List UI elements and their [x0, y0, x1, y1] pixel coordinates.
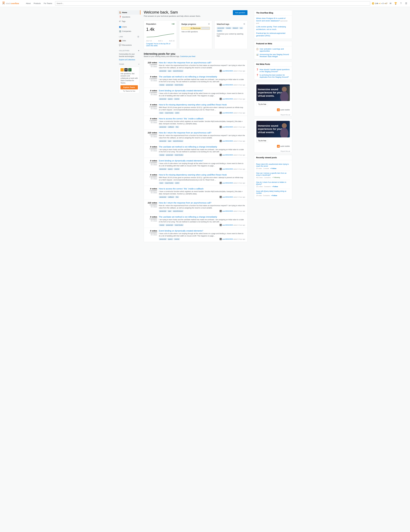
blog-post-link[interactable]: LLMs evolve quickly. Their underlying ar… — [256, 26, 286, 30]
question-title[interactable]: Event binding on dynamically created ele… — [159, 229, 245, 232]
user-link[interactable]: user484324939 — [222, 196, 233, 198]
question-tag[interactable]: react-hooks — [164, 112, 174, 114]
user-link[interactable]: user484324939 — [222, 84, 233, 86]
user-link[interactable]: user484324939 — [222, 70, 233, 72]
question-tag[interactable]: eslint — [175, 112, 180, 114]
question-title[interactable]: How to fix missing dependency warning wh… — [159, 104, 245, 106]
watched-tag[interactable]: javascript — [217, 27, 225, 29]
question-title[interactable]: How to access the correct `this` inside … — [159, 188, 245, 190]
question-tag[interactable]: this — [175, 196, 179, 198]
recent-post-follow[interactable]: + Follow — [270, 168, 276, 169]
question-tag[interactable]: ajax — [167, 140, 172, 142]
question-title[interactable]: How do I return the response from an asy… — [159, 132, 245, 134]
search-input[interactable] — [55, 1, 370, 6]
badge-gear-icon[interactable]: ⚙ — [208, 23, 210, 25]
recent-post-link[interactable]: Issue with jQuery data() treating string… — [256, 190, 286, 194]
question-tag[interactable]: callback — [167, 126, 175, 128]
watched-tag[interactable]: css — [239, 27, 243, 29]
question-tag[interactable]: javascript — [165, 154, 173, 156]
question-tag[interactable]: asynchronous — [172, 210, 184, 212]
question-tag[interactable]: events — [174, 98, 180, 100]
hot-meta-link[interactable]: How should I handle repeat questions in … — [260, 68, 290, 73]
user-link[interactable]: user484324939 — [222, 168, 233, 170]
question-tag[interactable]: reactjs — [159, 224, 165, 226]
question-tag[interactable]: javascript — [159, 210, 167, 212]
watched-tags-gear-icon[interactable]: ⚙ — [243, 23, 245, 25]
explore-collectives-link[interactable]: Explore all Collectives — [118, 58, 140, 61]
inbox-icon[interactable]: ✉ — [388, 1, 393, 6]
question-title[interactable]: How to fix missing dependency warning wh… — [159, 174, 245, 176]
question-tag[interactable]: javascript — [159, 70, 167, 72]
question-tag[interactable]: asynchronous — [172, 70, 184, 72]
nav-about[interactable]: About — [25, 1, 32, 6]
question-tag[interactable]: asynchronous — [172, 140, 184, 142]
question-tag[interactable]: jquery — [167, 98, 173, 100]
question-tag[interactable]: javascript — [165, 224, 173, 226]
try-teams-free-link[interactable]: Try Teams for free — [121, 90, 138, 92]
question-tag[interactable]: javascript — [159, 126, 167, 128]
customize-feed-link[interactable]: Customize your feed — [180, 56, 195, 57]
question-title[interactable]: The useState set method is not reflectin… — [159, 216, 245, 218]
question-tag[interactable]: react-hooks — [164, 182, 174, 184]
question-title[interactable]: The useState set method is not reflectin… — [159, 76, 245, 78]
sidebar-item-home[interactable]: 🏠 Home — [118, 10, 140, 15]
sidebar-item-questions[interactable]: ❓ Questions — [118, 15, 140, 19]
question-tag[interactable]: eslint — [175, 182, 180, 184]
top-percent-link[interactable]: top 5% — [163, 43, 168, 45]
user-link[interactable]: user484324939 — [222, 224, 233, 226]
recent-post-follow[interactable]: + Follow — [271, 195, 277, 196]
question-tag[interactable]: react — [159, 182, 164, 184]
meta-post-link[interactable]: User activation: Learnings and opportuni… — [260, 48, 290, 52]
question-title[interactable]: The useState set method is not reflectin… — [159, 146, 245, 148]
sidebar-item-tags[interactable]: 🏷 Tags — [118, 19, 140, 23]
question-title[interactable]: How do I return the response from an asy… — [159, 201, 245, 204]
user-link[interactable]: user484324939 — [222, 238, 233, 240]
question-tag[interactable]: reactjs — [159, 154, 165, 156]
sidebar-item-jobs[interactable]: 💼 Jobs — [118, 38, 140, 43]
question-tag[interactable]: javascript — [159, 98, 167, 100]
user-link[interactable]: user484324939 — [222, 140, 233, 142]
collectives-add-icon[interactable]: + — [138, 49, 139, 52]
question-tag[interactable]: events — [174, 238, 180, 240]
watched-tag[interactable]: jquery — [217, 30, 223, 32]
labs-info-icon[interactable]: i — [137, 36, 139, 38]
site-logo[interactable]: stack overflow — [2, 1, 22, 6]
question-title[interactable]: How to access the correct `this` inside … — [159, 117, 245, 120]
ad2-try-free-button[interactable]: Try for free — [256, 139, 268, 143]
blog-post-link[interactable]: Practical tips for retrieval-augmented g… — [256, 32, 285, 37]
question-tag[interactable]: ajax — [167, 70, 172, 72]
question-tag[interactable]: javascript — [159, 238, 167, 240]
recent-post-link[interactable]: How can I remove a specific item from an… — [256, 172, 287, 176]
meta-post-link[interactable]: Announcing the new Staging Ground Review… — [260, 53, 290, 57]
recent-post-follow[interactable]: + Follow — [272, 186, 278, 187]
question-tag[interactable]: jquery — [167, 238, 173, 240]
question-title[interactable]: How do I return the response from an asy… — [159, 61, 245, 64]
user-link[interactable]: user484324939 — [222, 210, 233, 212]
recent-post-follow[interactable]: ✓ Following — [272, 177, 280, 178]
question-tag[interactable]: react — [159, 112, 164, 114]
question-tag[interactable]: this — [175, 126, 179, 128]
question-tag[interactable]: reactjs — [159, 84, 165, 86]
ask-question-button[interactable]: Ask question — [233, 10, 247, 15]
recent-post-link[interactable]: How do I check if an element is hidden i… — [256, 181, 286, 185]
watched-tag[interactable]: dataset — [232, 27, 239, 29]
teams-close-icon[interactable]: ✕ — [138, 64, 140, 65]
achievements-btn[interactable]: 🏆 — [393, 1, 398, 6]
sidebar-item-discussions[interactable]: 💬 Discussions — [118, 43, 140, 47]
help-icon[interactable]: ? — [399, 1, 403, 6]
question-tag[interactable]: javascript — [159, 168, 167, 170]
question-title[interactable]: Event binding on dynamically created ele… — [159, 89, 245, 92]
question-tag[interactable]: jquery — [167, 168, 173, 170]
ad1-try-free-button[interactable]: Try for free — [256, 102, 268, 106]
explore-teams-button[interactable]: Explore Teams — [121, 85, 138, 89]
sidebar-item-users[interactable]: 👥 Users — [118, 25, 140, 29]
user-link[interactable]: user484324939 — [222, 182, 233, 184]
question-tag[interactable]: react-hooks — [174, 154, 184, 156]
nav-products[interactable]: Products — [32, 1, 42, 6]
user-link[interactable]: user484324939 — [222, 126, 233, 128]
user-link[interactable]: user484324939 — [222, 98, 233, 100]
hot-meta-link[interactable]: Is archiving the best solution for dupli… — [260, 74, 290, 78]
nav-for-teams[interactable]: For Teams — [42, 1, 54, 6]
question-tag[interactable]: javascript — [159, 140, 167, 142]
question-tag[interactable]: callback — [167, 196, 175, 198]
